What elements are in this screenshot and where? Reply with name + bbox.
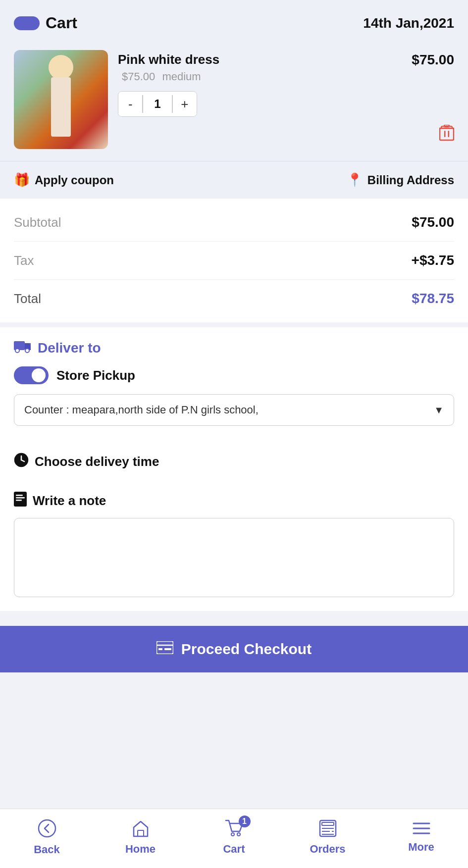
subtotal-row: Subtotal $75.00 — [14, 204, 454, 242]
svg-rect-26 — [322, 822, 334, 825]
quantity-value: 1 — [143, 92, 172, 116]
proceed-checkout-button[interactable]: Proceed Checkout — [0, 626, 468, 672]
store-pickup-toggle[interactable] — [14, 366, 49, 384]
product-price-sub: $75.00 medium — [118, 70, 454, 83]
svg-rect-6 — [14, 341, 25, 350]
orders-label: Orders — [310, 843, 345, 856]
dropdown-arrow-icon: ▼ — [434, 405, 444, 416]
apply-coupon-button[interactable]: 🎁 Apply coupon — [14, 172, 114, 188]
product-sub-price: $75.00 — [122, 70, 155, 83]
delivery-time-section: Choose delivey time — [0, 443, 468, 487]
svg-point-24 — [237, 833, 240, 836]
header-date: 14th Jan,2021 — [363, 15, 454, 31]
billing-address-button[interactable]: 📍 Billing Address — [347, 172, 454, 188]
totals-section: Subtotal $75.00 Tax +$3.75 Total $78.75 — [0, 199, 468, 322]
svg-rect-13 — [14, 492, 27, 507]
svg-rect-20 — [164, 648, 171, 650]
checkout-label: Proceed Checkout — [181, 641, 312, 658]
svg-rect-0 — [440, 128, 454, 140]
product-image — [14, 50, 108, 149]
clock-icon — [14, 453, 29, 471]
truck-icon — [14, 339, 32, 357]
svg-rect-14 — [16, 495, 23, 496]
svg-rect-17 — [156, 641, 173, 654]
note-title: Write a note — [14, 487, 454, 518]
actions-row: 🎁 Apply coupon 📍 Billing Address — [0, 161, 468, 199]
total-value: $78.75 — [412, 291, 454, 306]
delete-item-icon[interactable] — [439, 125, 454, 145]
increase-qty-button[interactable]: + — [173, 92, 197, 116]
quantity-control: - 1 + — [118, 91, 197, 117]
product-size: medium — [162, 70, 201, 83]
tax-row: Tax +$3.75 — [14, 242, 454, 280]
cart-label: Cart — [223, 843, 245, 856]
tax-value: +$3.75 — [412, 253, 454, 268]
cart-badge: 1 — [239, 816, 251, 827]
svg-rect-22 — [138, 830, 144, 836]
cart-icon: 1 — [225, 819, 244, 840]
note-section: Write a note — [0, 487, 468, 611]
total-label: Total — [14, 291, 41, 306]
nav-home[interactable]: Home — [111, 819, 170, 856]
product-name: Pink white dress — [118, 52, 454, 67]
note-icon — [14, 492, 27, 510]
back-label: Back — [34, 843, 60, 856]
delivery-time-label: Choose delivey time — [35, 454, 159, 469]
subtotal-value: $75.00 — [412, 214, 454, 230]
subtotal-label: Subtotal — [14, 215, 61, 230]
product-info: Pink white dress $75.00 medium - 1 + — [118, 50, 454, 117]
location-text: Counter : meapara,north side of P.N girl… — [24, 404, 259, 416]
delivery-time-title[interactable]: Choose delivey time — [14, 443, 454, 477]
total-row: Total $78.75 — [14, 280, 454, 317]
store-pickup-label: Store Pickup — [56, 368, 135, 383]
nav-orders[interactable]: Orders — [298, 819, 358, 856]
svg-rect-2 — [448, 131, 450, 137]
svg-point-7 — [15, 349, 19, 353]
decrease-qty-button[interactable]: - — [118, 92, 142, 116]
deliver-section: Deliver to Store Pickup Counter : meapar… — [0, 327, 468, 443]
deliver-to-label: Deliver to — [38, 340, 101, 356]
nav-more[interactable]: More — [392, 821, 451, 854]
svg-point-23 — [231, 833, 234, 836]
store-pickup-row: Store Pickup — [14, 366, 454, 384]
nav-back[interactable]: Back — [17, 819, 77, 856]
cart-item-section: Pink white dress $75.00 medium - 1 + $75… — [0, 42, 468, 161]
home-label: Home — [125, 843, 156, 856]
home-icon — [132, 819, 150, 840]
location-icon: 📍 — [347, 172, 363, 188]
deliver-title: Deliver to — [14, 339, 454, 357]
location-dropdown[interactable]: Counter : meapara,north side of P.N girl… — [14, 394, 454, 426]
svg-rect-15 — [16, 497, 25, 499]
page-header: Cart 14th Jan,2021 — [0, 0, 468, 42]
cart-pill-icon — [14, 16, 40, 30]
bottom-nav: Back Home 1 Cart — [0, 809, 468, 868]
page-title: Cart — [46, 14, 77, 32]
more-icon — [413, 821, 430, 838]
coupon-label: Apply coupon — [35, 173, 114, 187]
product-main-price: $75.00 — [412, 52, 454, 68]
back-icon — [38, 819, 56, 840]
note-textarea[interactable] — [14, 518, 454, 597]
billing-label: Billing Address — [367, 173, 454, 187]
svg-point-21 — [39, 820, 55, 837]
nav-cart[interactable]: 1 Cart — [205, 819, 264, 856]
cart-item: Pink white dress $75.00 medium - 1 + $75… — [14, 50, 454, 149]
spacer — [0, 611, 468, 626]
tax-label: Tax — [14, 253, 34, 268]
svg-point-8 — [25, 349, 29, 353]
svg-rect-16 — [16, 500, 22, 501]
orders-icon — [319, 819, 337, 840]
coupon-icon: 🎁 — [14, 172, 30, 188]
note-label: Write a note — [33, 493, 106, 509]
more-label: More — [408, 841, 434, 854]
checkout-icon — [156, 641, 173, 658]
svg-rect-19 — [158, 648, 162, 650]
svg-rect-1 — [444, 131, 446, 137]
